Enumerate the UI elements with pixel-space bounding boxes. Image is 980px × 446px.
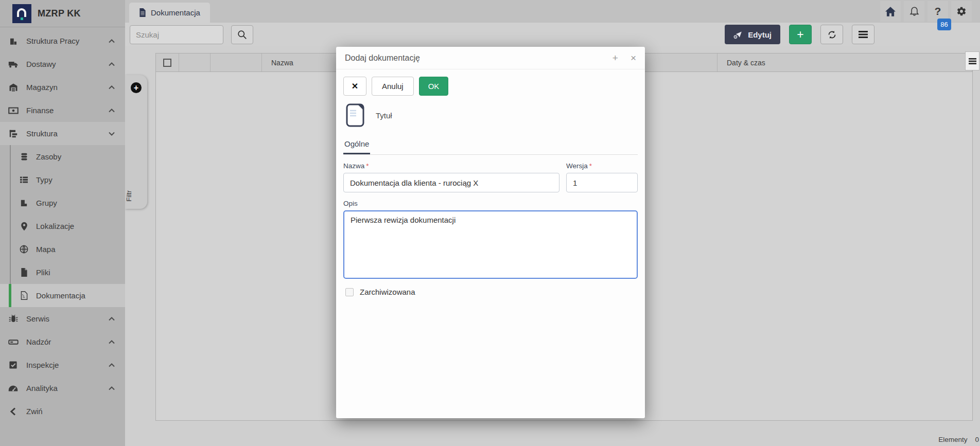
notification-count-badge[interactable]: 86	[937, 19, 951, 30]
sidebar-item-label: Mapa	[36, 245, 56, 254]
sidebar-item-nadzor[interactable]: Nadzór	[0, 330, 125, 353]
sidebar-item-label: Lokalizacje	[36, 222, 74, 230]
items-count-label: Elementy	[938, 436, 967, 443]
home-button[interactable]	[880, 1, 901, 22]
items-count: Elementy 0	[938, 436, 979, 443]
sidebar-item-inspekcje[interactable]: Inspekcje	[0, 353, 125, 377]
items-count-value: 0	[975, 436, 979, 443]
list-icon	[19, 176, 29, 184]
description-field[interactable]: Pierwsza rewizja dokumentacji	[343, 210, 638, 279]
column-settings-button[interactable]	[965, 51, 979, 70]
sidebar-item-zasoby[interactable]: Zasoby	[0, 145, 125, 168]
notifications-button[interactable]	[904, 1, 924, 22]
sidebar-item-zwin[interactable]: Zwiń	[0, 400, 125, 423]
refresh-button[interactable]	[820, 25, 843, 44]
add-filter-icon[interactable]: +	[131, 82, 142, 93]
chevron-left-icon	[8, 407, 19, 416]
tab-ogolne[interactable]: Ogólne	[343, 139, 370, 154]
search-input[interactable]	[130, 25, 223, 44]
sidebar-item-serwis[interactable]: Serwis	[0, 307, 125, 330]
sidebar-item-label: Struktura	[26, 129, 58, 138]
filter-panel-tab[interactable]: + Filtr	[125, 75, 147, 209]
org-building-icon	[8, 37, 19, 46]
gauge-bar-icon	[8, 340, 19, 345]
edit-cursor-icon	[733, 30, 743, 39]
database-icon	[19, 153, 29, 161]
table-header-daty-czas[interactable]: Daty & czas	[717, 53, 972, 72]
popout-plus-icon[interactable]: +	[612, 53, 618, 63]
name-field-label: Nazwa*	[343, 162, 559, 170]
sidebar-item-label: Dostawy	[26, 60, 56, 68]
close-icon[interactable]: ×	[631, 53, 636, 63]
settings-button[interactable]	[951, 1, 972, 22]
select-all-checkbox[interactable]	[163, 59, 171, 67]
sidebar-item-struktura-pracy[interactable]: Struktura Pracy	[0, 29, 125, 52]
building-icon	[19, 199, 29, 207]
chevron-up-icon	[109, 363, 115, 367]
sidebar-item-grupy[interactable]: Grupy	[0, 191, 125, 215]
dialog-body: ✕ Anuluj OK Tytuł Ogólne Nazwa* Wersja* …	[336, 69, 645, 304]
bug-icon	[8, 314, 19, 324]
toolbar: Edytuj +	[125, 23, 980, 46]
chevron-up-icon	[109, 39, 115, 43]
name-field[interactable]	[343, 173, 559, 192]
sidebar-item-label: Struktura Pracy	[26, 37, 79, 45]
sidebar-item-mapa[interactable]: Mapa	[0, 238, 125, 261]
question-icon: ?	[935, 5, 941, 17]
brand-name: MZRP KK	[38, 8, 81, 19]
table-header-cell[interactable]	[211, 53, 262, 72]
chevron-up-icon	[109, 85, 115, 90]
edit-button[interactable]: Edytuj	[725, 25, 780, 44]
sidebar-item-label: Magazyn	[26, 83, 58, 92]
menu-button[interactable]	[852, 25, 874, 44]
sidebar-item-finanse[interactable]: Finanse	[0, 99, 125, 122]
sidebar-item-label: Grupy	[36, 199, 57, 207]
sidebar-item-label: Pliki	[36, 268, 50, 277]
close-button[interactable]: ✕	[343, 77, 366, 96]
toolbar-actions: Edytuj +	[725, 25, 874, 44]
chevron-up-icon	[109, 317, 115, 321]
sidebar-item-struktura[interactable]: Struktura	[0, 122, 125, 145]
version-field-label: Wersja*	[566, 162, 638, 170]
sitemap-icon	[8, 130, 19, 138]
brand-header: MZRP KK	[0, 0, 125, 27]
logo-arch-icon	[17, 8, 26, 17]
warehouse-icon	[8, 83, 19, 92]
sidebar-item-label: Serwis	[26, 314, 49, 323]
hamburger-icon	[859, 31, 868, 38]
dialog-tabs: Ogólne	[343, 139, 638, 155]
sidebar-item-pliki[interactable]: Pliki	[0, 261, 125, 284]
archived-label: Zarchiwizowana	[360, 288, 415, 296]
file-icon	[19, 268, 29, 277]
sidebar-item-typy[interactable]: Typy	[0, 168, 125, 191]
description-field-label: Opis	[343, 200, 638, 207]
tab-strip: Dokumentacja	[125, 0, 980, 23]
add-button[interactable]: +	[789, 25, 812, 44]
cancel-button[interactable]: Anuluj	[372, 77, 414, 96]
sidebar-item-label: Finanse	[26, 106, 54, 115]
archived-checkbox[interactable]	[345, 288, 354, 296]
sidebar-item-label: Analityka	[26, 384, 58, 393]
ok-button[interactable]: OK	[419, 77, 449, 96]
sidebar-item-magazyn[interactable]: Magazyn	[0, 76, 125, 99]
sidebar-item-analityka[interactable]: Analityka	[0, 377, 125, 400]
chevron-up-icon	[109, 386, 115, 390]
sidebar-item-dostawy[interactable]: Dostawy	[0, 52, 125, 76]
version-field[interactable]	[566, 173, 638, 192]
refresh-icon	[827, 30, 837, 40]
logo-dot-icon	[21, 17, 23, 20]
archived-row: Zarchiwizowana	[343, 288, 638, 296]
header-icon-bar: ?	[880, 1, 972, 22]
gear-icon	[956, 6, 967, 16]
sidebar-item-lokalizacje[interactable]: Lokalizacje	[0, 215, 125, 238]
sidebar-submenu-struktura: Zasoby Typy Grupy Lokalizacje Mapa Pliki	[0, 145, 125, 307]
dialog-button-row: ✕ Anuluj OK	[343, 77, 638, 96]
check-square-icon	[8, 361, 19, 369]
sidebar-item-label: Nadzór	[26, 337, 51, 346]
table-header-cell[interactable]	[179, 53, 211, 72]
search-button[interactable]	[231, 25, 253, 44]
chevron-down-icon	[109, 132, 115, 136]
tab-dokumentacja[interactable]: Dokumentacja	[129, 3, 210, 23]
tachometer-icon	[8, 385, 19, 392]
sidebar-item-dokumentacja[interactable]: Dokumentacja	[0, 284, 125, 307]
